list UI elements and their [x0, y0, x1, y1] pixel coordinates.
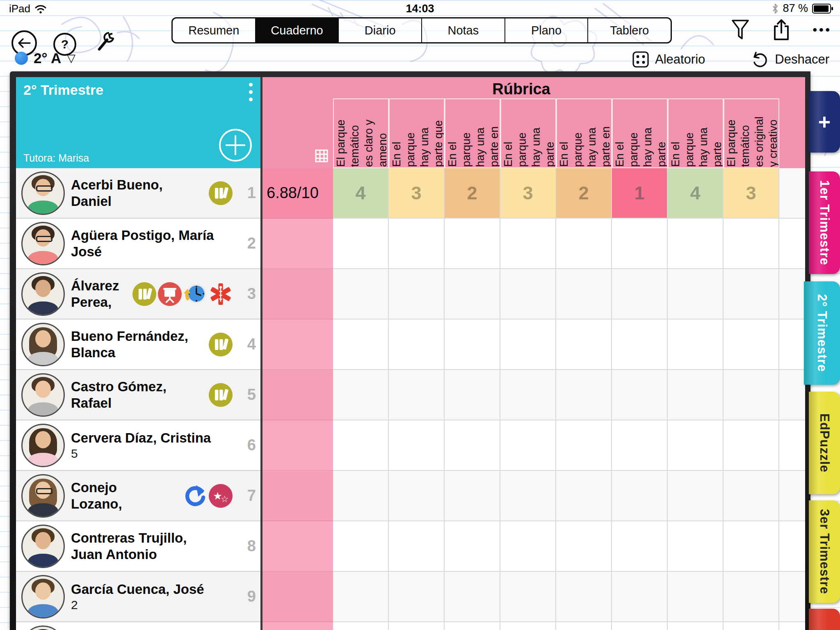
tab-resumen[interactable]: Resumen: [173, 18, 255, 42]
rubric-cell[interactable]: [333, 471, 389, 521]
rubric-cell[interactable]: [724, 370, 779, 420]
rubric-cell[interactable]: [389, 320, 445, 370]
rubric-cell[interactable]: [445, 320, 500, 370]
rubric-cell[interactable]: [612, 521, 668, 572]
rubric-cell[interactable]: [500, 269, 556, 320]
rubric-cell[interactable]: [668, 219, 724, 269]
rubric-cell[interactable]: [668, 370, 724, 420]
rubric-cell[interactable]: [724, 219, 779, 269]
rubric-cell[interactable]: [333, 320, 389, 370]
rubric-cell[interactable]: [612, 320, 668, 370]
student-row[interactable]: Bueno Fernández, Blanca4: [16, 320, 262, 370]
rubric-column-header[interactable]: En el parque hay una parte: [500, 98, 556, 168]
rubric-cell[interactable]: [500, 471, 556, 521]
rubric-column-header[interactable]: El parque temático es claro y ameno: [333, 98, 389, 168]
rubric-column-header[interactable]: En el parque hay una parte en: [556, 98, 612, 168]
student-row[interactable]: Agüera Postigo, María José2: [16, 219, 262, 269]
rubric-cell[interactable]: [556, 572, 612, 622]
rubric-cell[interactable]: [445, 471, 500, 521]
refresh-icon[interactable]: [183, 484, 208, 508]
rubric-cell[interactable]: [389, 622, 445, 630]
rubric-cell[interactable]: [724, 320, 779, 370]
student-row[interactable]: Castro Gómez, Rafael5: [16, 370, 262, 420]
rubric-cell-value[interactable]: 3: [724, 168, 779, 219]
rubric-cell[interactable]: [612, 572, 668, 622]
rubric-cell[interactable]: [612, 622, 668, 630]
rubric-cell[interactable]: [556, 622, 612, 630]
rubric-cell[interactable]: [333, 370, 389, 420]
rubric-cell[interactable]: [556, 370, 612, 420]
rubric-cell[interactable]: [445, 572, 500, 622]
books-icon[interactable]: [208, 332, 233, 357]
student-row[interactable]: García Cuenca, José29: [16, 572, 262, 622]
tab-tablero[interactable]: Tablero: [587, 18, 671, 42]
rubric-cell[interactable]: [612, 269, 668, 320]
rubric-cell[interactable]: [445, 521, 500, 572]
score-cell[interactable]: [262, 370, 333, 420]
rubric-cell[interactable]: [389, 370, 445, 420]
tab-plano[interactable]: Plano: [504, 18, 588, 42]
rubric-cell[interactable]: [389, 420, 445, 471]
rubric-cell[interactable]: [668, 471, 724, 521]
rubric-cell[interactable]: [500, 219, 556, 269]
presentation-icon[interactable]: [158, 282, 182, 306]
add-tab-button[interactable]: +: [809, 91, 840, 153]
tab-2-trimestre[interactable]: 2° Trimestre: [804, 281, 840, 385]
books-icon[interactable]: [208, 181, 233, 205]
rubric-cell[interactable]: [333, 521, 389, 572]
rubric-cell[interactable]: [500, 320, 556, 370]
rubric-column-header[interactable]: En el parque hay una parte: [612, 98, 668, 168]
rubric-cell[interactable]: [612, 471, 668, 521]
score-cell[interactable]: 6.88/10: [262, 168, 333, 219]
student-row[interactable]: Cervera Díaz, Cristina56: [16, 420, 262, 471]
score-cell[interactable]: [262, 269, 333, 320]
rubric-cell[interactable]: [500, 370, 556, 420]
rubric-cell[interactable]: [612, 219, 668, 269]
rubric-cell[interactable]: [724, 521, 779, 572]
share-button[interactable]: [772, 18, 791, 42]
rubric-cell[interactable]: [612, 370, 668, 420]
score-cell[interactable]: [262, 471, 333, 521]
rubric-cell-value[interactable]: 4: [333, 168, 389, 219]
tab-edpuzzle[interactable]: EdPuzzle: [809, 392, 840, 494]
rubric-cell-value[interactable]: 3: [500, 168, 556, 219]
rubric-cell[interactable]: [389, 572, 445, 622]
rubric-cell[interactable]: [556, 219, 612, 269]
rubric-cell[interactable]: [445, 420, 500, 471]
rubric-cell[interactable]: [668, 269, 724, 320]
student-row[interactable]: [16, 622, 262, 630]
add-column-button[interactable]: [219, 129, 252, 162]
rubric-cell[interactable]: [556, 521, 612, 572]
score-cell[interactable]: [262, 572, 333, 622]
rubric-column-header[interactable]: En el parque hay una parte en: [445, 98, 500, 168]
score-cell[interactable]: [262, 622, 333, 630]
rubric-cell[interactable]: [724, 622, 779, 630]
rubric-cell[interactable]: [500, 622, 556, 630]
rubric-cell[interactable]: [556, 420, 612, 471]
rubric-cell[interactable]: [724, 471, 779, 521]
rubric-cell[interactable]: [333, 219, 389, 269]
rubric-cell[interactable]: [333, 269, 389, 320]
rubric-cell[interactable]: [668, 320, 724, 370]
stars-icon[interactable]: ★☆: [208, 484, 233, 508]
random-button[interactable]: Aleatorio: [632, 51, 705, 68]
books-icon[interactable]: [132, 282, 157, 306]
rubric-cell[interactable]: [389, 521, 445, 572]
rubric-grid-icon[interactable]: [315, 149, 328, 162]
rubric-cell[interactable]: [333, 420, 389, 471]
tab-notas[interactable]: Notas: [421, 18, 504, 42]
score-cell[interactable]: [262, 320, 333, 370]
clock-icon[interactable]: [183, 282, 208, 306]
rubric-cell[interactable]: [500, 521, 556, 572]
rubric-cell[interactable]: [389, 269, 445, 320]
rubric-cell[interactable]: [333, 622, 389, 630]
rubric-cell[interactable]: [445, 219, 500, 269]
tab-cuaderno[interactable]: Cuaderno: [255, 18, 338, 42]
medical-icon[interactable]: [208, 282, 233, 306]
tab-f[interactable]: F: [809, 609, 840, 630]
rubric-cell[interactable]: [724, 269, 779, 320]
rubric-cell[interactable]: [724, 420, 779, 471]
score-cell[interactable]: [262, 219, 333, 269]
more-button[interactable]: •••: [813, 23, 832, 37]
books-icon[interactable]: [208, 383, 233, 407]
